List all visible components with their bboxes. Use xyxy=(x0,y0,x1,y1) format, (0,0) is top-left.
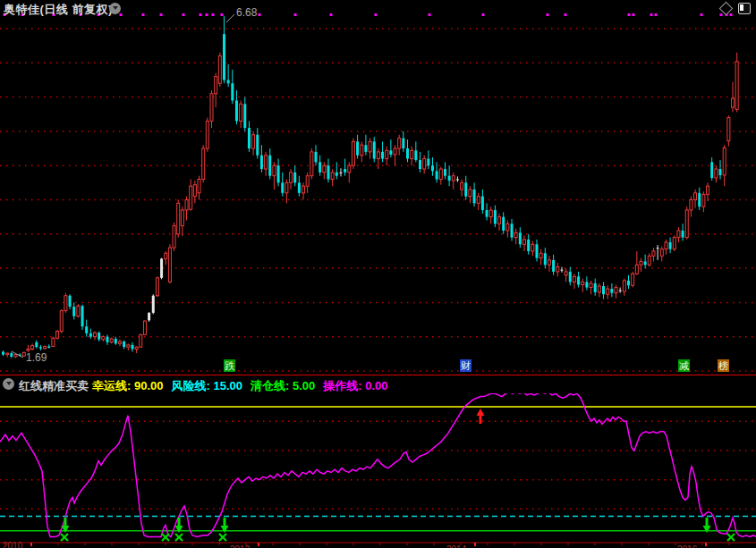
indicator-gridlines xyxy=(0,421,756,509)
time-axis: 2010201220142016 xyxy=(0,541,756,548)
title-bar: 奥特佳(日线 前复权) xyxy=(0,0,756,16)
axis-year-label: 2014 xyxy=(446,544,467,548)
main-candlestick-chart[interactable] xyxy=(0,0,756,375)
indicator-param: 清仓线: 5.00 xyxy=(251,379,315,392)
chevron-down-icon[interactable] xyxy=(3,378,14,390)
price-gridlines xyxy=(0,29,756,371)
info-badge[interactable]: 财 xyxy=(460,359,471,372)
panel-divider xyxy=(0,375,756,375)
axis-year-label: 2012 xyxy=(230,544,251,548)
diamond-icon[interactable] xyxy=(719,2,734,16)
bottom-x-marks xyxy=(61,534,735,541)
indicator-param: 风险线: 15.00 xyxy=(171,379,242,392)
price-label-pointers xyxy=(12,14,234,358)
indicator-param: 操作线: 0.00 xyxy=(323,379,387,392)
indicator-params: 幸运线: 90.00风险线: 15.00清仓线: 5.00操作线: 0.00 xyxy=(92,378,395,394)
info-badge[interactable]: 跌 xyxy=(224,359,235,372)
info-badge[interactable]: 减 xyxy=(678,359,690,372)
low-price-label: 1.69 xyxy=(26,351,47,364)
stock-title: 奥特佳(日线 前复权) xyxy=(4,2,113,18)
stock-app-window: 奥特佳(日线 前复权) 6.68 1.69 红线精准买卖 幸运线: 90.00风… xyxy=(0,0,756,548)
axis-year-label: 2016 xyxy=(677,544,698,548)
indicator-header: 红线精准买卖 幸运线: 90.00风险线: 15.00清仓线: 5.00操作线:… xyxy=(0,376,756,392)
chevron-down-icon[interactable] xyxy=(109,3,121,14)
axis-year-label: 2010 xyxy=(3,541,23,548)
layout-panel-icon[interactable] xyxy=(738,3,751,14)
indicator-line xyxy=(0,393,756,536)
indicator-param: 幸运线: 90.00 xyxy=(92,379,163,392)
info-badge[interactable]: 榜 xyxy=(718,359,729,372)
indicator-name[interactable]: 红线精准买卖 xyxy=(19,378,89,394)
candles xyxy=(2,16,738,358)
indicator-chart[interactable]: 2010201220142016 xyxy=(0,393,756,548)
